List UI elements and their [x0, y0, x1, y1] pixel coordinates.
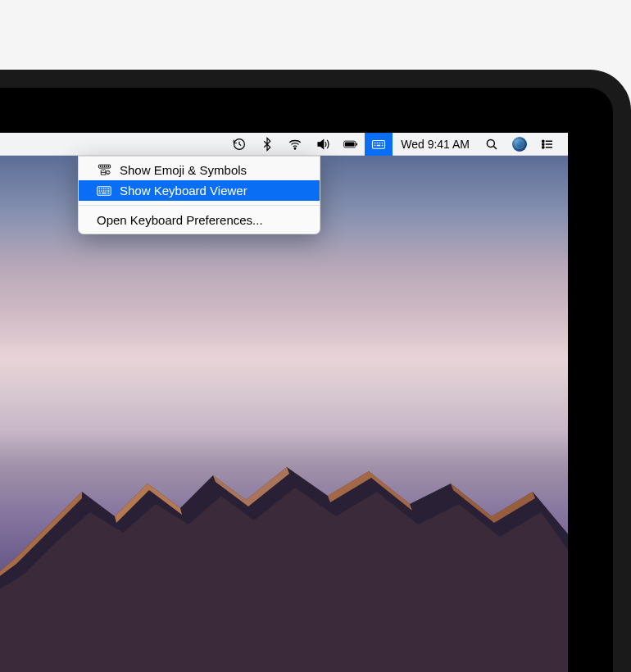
svg-point-16	[542, 143, 544, 144]
volume-menu[interactable]	[309, 133, 337, 156]
svg-point-1	[294, 148, 296, 149]
svg-rect-3	[345, 142, 355, 146]
svg-rect-37	[103, 190, 105, 192]
svg-point-26	[106, 170, 110, 175]
svg-point-27	[107, 171, 107, 172]
svg-point-28	[108, 171, 109, 172]
input-source-dropdown: Show Emoji & Symbols	[78, 156, 320, 234]
screen: Wed 9:41 AM	[0, 133, 568, 672]
svg-rect-10	[375, 144, 376, 146]
menubar: Wed 9:41 AM	[0, 133, 568, 156]
svg-rect-22	[102, 166, 102, 167]
menu-divider	[79, 205, 320, 206]
emoji-symbols-icon	[97, 163, 111, 178]
bluetooth-menu[interactable]	[253, 133, 281, 156]
keyboard-viewer-icon	[371, 137, 386, 152]
svg-rect-42	[107, 192, 109, 193]
keyboard-icon	[97, 184, 111, 198]
svg-rect-40	[99, 192, 101, 193]
menu-item-show-emoji[interactable]: Show Emoji & Symbols	[79, 160, 320, 180]
timemachine-menu[interactable]	[225, 133, 253, 156]
bluetooth-icon	[260, 137, 275, 152]
menu-item-label: Open Keyboard Preferences...	[97, 213, 263, 227]
wifi-menu[interactable]	[281, 133, 309, 156]
laptop-bezel: Wed 9:41 AM	[0, 70, 631, 672]
svg-rect-35	[99, 190, 101, 192]
battery-icon	[343, 137, 358, 152]
menu-item-open-keyboard-prefs[interactable]: Open Keyboard Preferences...	[79, 210, 320, 230]
menubar-clock[interactable]: Wed 9:41 AM	[393, 138, 478, 151]
laptop-inner-bezel: Wed 9:41 AM	[0, 88, 613, 672]
svg-rect-39	[107, 190, 109, 192]
svg-rect-25	[107, 166, 108, 167]
svg-rect-34	[107, 188, 109, 189]
svg-point-14	[542, 140, 544, 142]
svg-rect-36	[101, 190, 102, 192]
svg-rect-9	[382, 142, 384, 143]
svg-rect-12	[382, 144, 384, 146]
svg-point-18	[542, 146, 544, 148]
volume-icon	[316, 137, 330, 152]
menu-item-show-keyboard-viewer[interactable]: Show Keyboard Viewer	[79, 180, 320, 201]
search-icon	[484, 137, 499, 152]
svg-rect-8	[379, 142, 381, 143]
svg-rect-5	[373, 140, 385, 148]
svg-rect-41	[102, 192, 107, 193]
menu-item-label: Show Keyboard Viewer	[120, 184, 247, 198]
svg-rect-6	[375, 142, 376, 143]
battery-menu[interactable]	[337, 133, 365, 156]
list-icon	[540, 137, 555, 152]
svg-rect-32	[103, 188, 105, 189]
svg-rect-24	[106, 166, 107, 167]
svg-rect-23	[103, 166, 104, 167]
spotlight-menu[interactable]	[478, 133, 506, 156]
clock-backup-icon	[232, 137, 247, 152]
wifi-icon	[288, 137, 302, 152]
svg-rect-11	[377, 144, 381, 146]
siri-menu[interactable]	[506, 133, 533, 156]
svg-rect-7	[377, 142, 379, 143]
svg-rect-31	[101, 188, 102, 189]
input-source-menu[interactable]	[365, 133, 393, 156]
svg-rect-33	[106, 188, 107, 189]
svg-rect-4	[356, 143, 358, 145]
svg-rect-38	[106, 190, 107, 192]
siri-icon	[512, 137, 527, 152]
svg-rect-30	[99, 188, 101, 189]
notification-center-menu[interactable]	[533, 133, 561, 156]
menu-item-label: Show Emoji & Symbols	[120, 163, 247, 177]
svg-rect-21	[99, 166, 100, 167]
svg-point-13	[487, 139, 494, 147]
wallpaper-mountain	[0, 443, 568, 672]
